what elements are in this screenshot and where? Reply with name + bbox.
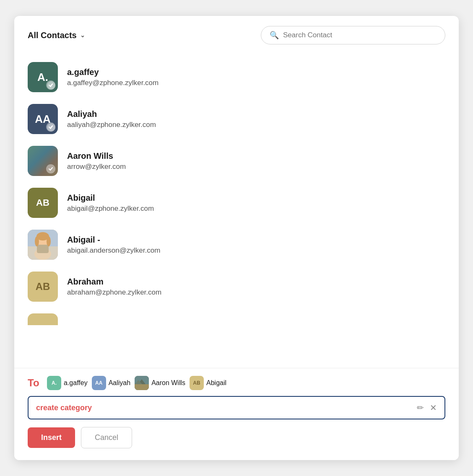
- edit-icon[interactable]: ✏: [417, 403, 424, 413]
- chip-avatar: AB: [190, 376, 204, 390]
- contact-email: aaliyah@zphone.zylker.com: [67, 121, 156, 129]
- contact-name: Abraham: [67, 277, 161, 287]
- avatar-initials: AB: [36, 197, 49, 208]
- bottom-section: To A. a.gaffey AA Aaliyah: [14, 368, 459, 460]
- all-contacts-dropdown[interactable]: All Contacts ⌄: [28, 31, 85, 40]
- create-category-button[interactable]: create category: [36, 404, 92, 412]
- recipient-chip: AA Aaliyah: [92, 376, 130, 390]
- svg-rect-9: [135, 384, 149, 390]
- contacts-list: A. a.gaffey a.gaffey@zphone.zylker.com A…: [14, 53, 459, 368]
- chip-initials: AA: [95, 380, 102, 386]
- contact-info: Abraham abraham@zphone.zylker.com: [67, 277, 161, 297]
- contact-email: abigail.anderson@zylker.com: [67, 246, 160, 255]
- cancel-button[interactable]: Cancel: [81, 427, 132, 448]
- check-icon: [46, 80, 55, 90]
- contact-item[interactable]: AA Aaliyah aaliyah@zphone.zylker.com: [14, 98, 459, 140]
- chip-initials: A.: [52, 380, 57, 386]
- contact-email: a.gaffey@zphone.zylker.com: [67, 79, 159, 87]
- chip-initials: AB: [193, 380, 200, 386]
- contact-name: Aaron Wills: [67, 151, 126, 161]
- contact-info: Abigail abigail@zphone.zylker.com: [67, 193, 154, 213]
- partial-avatar: [28, 313, 58, 325]
- contact-info: Aaliyah aaliyah@zphone.zylker.com: [67, 109, 156, 129]
- check-icon: [46, 122, 55, 132]
- avatar: [28, 146, 58, 176]
- avatar: AB: [28, 272, 58, 302]
- contact-item[interactable]: AB Abraham abraham@zphone.zylker.com: [14, 266, 459, 308]
- contact-info: Abigail - abigail.anderson@zylker.com: [67, 235, 160, 255]
- check-icon: [46, 164, 55, 173]
- contact-name: Abigail: [67, 193, 154, 203]
- recipient-chip: Aaron Wills: [135, 376, 185, 390]
- chip-avatar: A.: [47, 376, 61, 390]
- contact-info: Aaron Wills arrow@zylker.com: [67, 151, 126, 171]
- avatar: AA: [28, 104, 58, 134]
- contacts-panel: All Contacts ⌄ 🔍 A. a.gaffey a.gaffey@zp…: [14, 16, 459, 460]
- category-row: create category ✏ ✕: [28, 396, 445, 419]
- svg-rect-4: [37, 245, 49, 253]
- action-buttons: Insert Cancel: [28, 427, 445, 460]
- contact-info: a.gaffey a.gaffey@zphone.zylker.com: [67, 67, 159, 87]
- contact-item[interactable]: Aaron Wills arrow@zylker.com: [14, 140, 459, 182]
- avatar: AB: [28, 188, 58, 218]
- svg-point-7: [47, 236, 51, 246]
- chip-name: Abigail: [206, 379, 226, 387]
- avatar-initials: A.: [37, 71, 48, 84]
- filter-label: All Contacts: [28, 31, 77, 40]
- contact-name: a.gaffey: [67, 67, 159, 77]
- insert-button[interactable]: Insert: [28, 427, 75, 448]
- chevron-down-icon: ⌄: [80, 32, 85, 39]
- avatar: [28, 230, 58, 260]
- recipient-chip: AB Abigail: [190, 376, 226, 390]
- contact-name: Aaliyah: [67, 109, 156, 119]
- contact-name: Abigail -: [67, 235, 160, 245]
- chip-avatar: [135, 376, 149, 390]
- to-label: To: [28, 377, 41, 389]
- contact-item[interactable]: A. a.gaffey a.gaffey@zphone.zylker.com: [14, 56, 459, 98]
- search-icon: 🔍: [270, 31, 279, 40]
- contact-item[interactable]: [14, 308, 459, 325]
- chip-name: Aaliyah: [109, 379, 130, 387]
- contact-item[interactable]: AB Abigail abigail@zphone.zylker.com: [14, 182, 459, 224]
- category-actions: ✏ ✕: [417, 403, 437, 413]
- search-input[interactable]: [283, 31, 437, 39]
- search-box[interactable]: 🔍: [261, 26, 445, 44]
- chip-avatar: AA: [92, 376, 106, 390]
- contact-item[interactable]: Abigail - abigail.anderson@zylker.com: [14, 224, 459, 266]
- contact-email: arrow@zylker.com: [67, 163, 126, 171]
- close-icon[interactable]: ✕: [430, 403, 437, 413]
- avatar-initials: AB: [36, 281, 50, 292]
- avatar: A.: [28, 62, 58, 92]
- to-row: To A. a.gaffey AA Aaliyah: [28, 376, 445, 390]
- chip-name: Aaron Wills: [151, 379, 185, 387]
- chip-name: a.gaffey: [64, 379, 88, 387]
- contact-email: abraham@zphone.zylker.com: [67, 288, 161, 297]
- recipient-chip: A. a.gaffey: [47, 376, 88, 390]
- header-row: All Contacts ⌄ 🔍: [14, 16, 459, 53]
- svg-point-6: [35, 236, 39, 246]
- contact-email: abigail@zphone.zylker.com: [67, 204, 154, 213]
